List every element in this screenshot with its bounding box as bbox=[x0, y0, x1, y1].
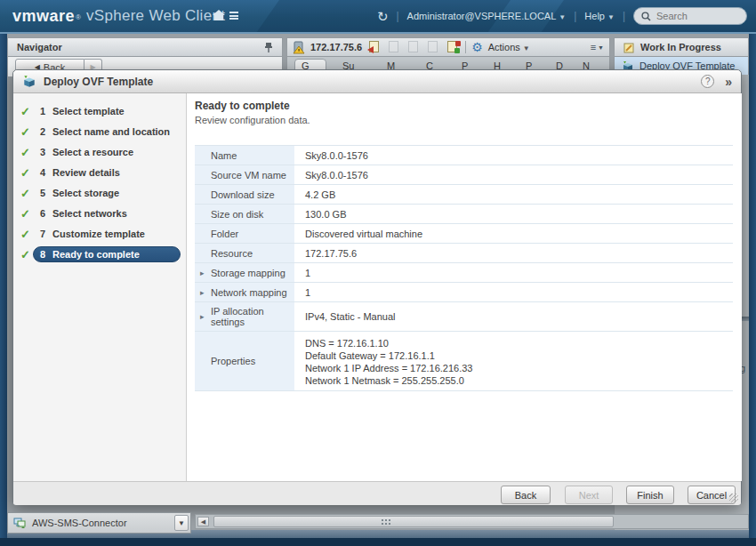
gear-icon: ⚙ bbox=[471, 41, 483, 53]
table-row: Download size 4.2 GB bbox=[195, 185, 733, 205]
header-divider: | bbox=[574, 10, 576, 22]
dialog-title-bar[interactable]: Deploy OVF Template ? » bbox=[13, 70, 741, 93]
wizard-step-5[interactable]: 5Select storage bbox=[13, 184, 187, 202]
app-header: vmware® vSphere Web Client ↻ | Administr… bbox=[0, 0, 756, 34]
property-line: Network 1 Netmask = 255.255.255.0 bbox=[305, 374, 729, 387]
window-frame-right bbox=[749, 34, 756, 538]
host-ip-label[interactable]: 172.17.75.6 bbox=[310, 42, 362, 52]
row-value: 130.0 GB bbox=[294, 205, 733, 223]
table-row: Source VM name Sky8.0.0-1576 bbox=[195, 165, 733, 185]
table-row: Resource 172.17.75.6 bbox=[195, 244, 733, 263]
toolbar-divider bbox=[465, 41, 466, 53]
table-row-expandable[interactable]: Network mapping 1 bbox=[195, 283, 733, 302]
scroll-left-icon[interactable]: ◀ bbox=[197, 517, 209, 526]
scrollbar-grip-dots bbox=[382, 519, 383, 521]
object-dropdown-button[interactable]: ▼ bbox=[174, 515, 189, 531]
row-value: Sky8.0.0-1576 bbox=[294, 146, 733, 165]
vsphere-web-client-window: vmware® vSphere Web Client ↻ | Administr… bbox=[0, 0, 756, 546]
search-input[interactable] bbox=[656, 11, 736, 21]
product-name: vSphere Web Client bbox=[86, 7, 225, 25]
next-button: Next bbox=[565, 486, 613, 504]
actions-menu[interactable]: Actions▼ bbox=[488, 42, 530, 52]
host-action-icon[interactable] bbox=[446, 41, 460, 53]
step-complete-check-icon bbox=[20, 228, 33, 241]
step-complete-check-icon bbox=[20, 248, 33, 261]
step-complete-check-icon bbox=[20, 125, 33, 139]
chevron-down-icon: ▼ bbox=[607, 13, 615, 21]
row-label: Resource bbox=[195, 244, 294, 262]
home-icon[interactable] bbox=[212, 9, 226, 21]
row-label: IP allocation settings bbox=[195, 302, 294, 331]
step-complete-check-icon bbox=[20, 166, 33, 180]
search-icon bbox=[641, 12, 651, 21]
row-label: Source VM name bbox=[195, 165, 294, 184]
row-label: Folder bbox=[195, 224, 294, 243]
host-warning-icon bbox=[293, 41, 305, 54]
row-value: 1 bbox=[294, 263, 733, 282]
finish-button[interactable]: Finish bbox=[626, 486, 674, 504]
dialog-title: Deploy OVF Template bbox=[44, 76, 153, 88]
horizontal-scrollbar[interactable]: ◀ bbox=[195, 514, 749, 529]
work-in-progress-title: Work In Progress bbox=[640, 42, 721, 52]
wizard-step-3[interactable]: 3Select a resource bbox=[13, 143, 187, 161]
global-search[interactable] bbox=[633, 7, 747, 25]
wizard-step-4[interactable]: 4Review details bbox=[13, 164, 187, 181]
collapse-dialog-icon[interactable]: » bbox=[725, 75, 732, 89]
property-line: Network 1 IP Address = 172.16.216.33 bbox=[305, 362, 729, 374]
step-complete-check-icon bbox=[20, 105, 33, 118]
vm-object-icon bbox=[13, 518, 27, 529]
step-complete-check-icon bbox=[20, 187, 33, 200]
wizard-steps-sidebar: 1Select template 2Select name and locati… bbox=[13, 93, 187, 481]
host-action-icon bbox=[406, 41, 421, 53]
resize-grip[interactable] bbox=[729, 494, 738, 502]
row-value-multiline: DNS = 172.16.1.10 Default Gateway = 172.… bbox=[294, 332, 733, 390]
row-label: Properties bbox=[195, 332, 294, 390]
refresh-icon[interactable]: ↻ bbox=[377, 10, 389, 23]
wizard-step-8-selected[interactable]: 8Ready to complete bbox=[13, 245, 187, 263]
user-menu[interactable]: Administrator@VSPHERE.LOCAL▼ bbox=[407, 11, 567, 21]
property-line: DNS = 172.16.1.10 bbox=[305, 337, 729, 349]
work-in-progress-header: Work In Progress bbox=[614, 37, 749, 57]
help-icon[interactable]: ? bbox=[701, 75, 714, 88]
wizard-content-area: Ready to complete Review configuration d… bbox=[188, 93, 742, 481]
pin-icon[interactable] bbox=[264, 42, 273, 52]
row-value: 172.17.75.6 bbox=[294, 244, 733, 262]
configuration-summary-table: Name Sky8.0.0-1576 Source VM name Sky8.0… bbox=[195, 145, 733, 391]
window-frame-bottom bbox=[0, 538, 756, 546]
selected-object-bar[interactable]: AWS-SMS-Connector ▼ bbox=[7, 512, 191, 534]
chevron-down-icon: ▼ bbox=[559, 13, 566, 21]
view-options-icon[interactable]: ≡▼ bbox=[591, 42, 604, 52]
row-label: Storage mapping bbox=[195, 263, 294, 282]
deploy-ovf-template-dialog: Deploy OVF Template ? » 1Select template… bbox=[12, 69, 742, 505]
host-action-icon bbox=[387, 41, 401, 53]
header-divider: | bbox=[623, 10, 625, 22]
window-frame-left bbox=[0, 34, 7, 538]
table-row-expandable[interactable]: Storage mapping 1 bbox=[195, 263, 733, 283]
navigator-panel-header: Navigator bbox=[7, 37, 283, 57]
row-label: Network mapping bbox=[195, 283, 294, 301]
chevron-down-icon: ▼ bbox=[523, 44, 530, 52]
row-value: IPv4, Static - Manual bbox=[294, 302, 733, 331]
brand-name: vmware bbox=[12, 7, 75, 26]
dialog-footer: Back Next Finish Cancel bbox=[13, 481, 741, 505]
back-button[interactable]: Back bbox=[501, 486, 551, 504]
row-label: Name bbox=[195, 146, 294, 165]
ovf-cube-icon bbox=[22, 75, 36, 88]
wizard-step-7[interactable]: 7Customize template bbox=[13, 225, 187, 243]
table-row: Folder Discovered virtual machine bbox=[195, 224, 733, 244]
wizard-step-6[interactable]: 6Select networks bbox=[13, 205, 187, 222]
work-in-progress-icon bbox=[623, 42, 635, 53]
help-menu[interactable]: Help▼ bbox=[584, 11, 615, 21]
row-value: Discovered virtual machine bbox=[294, 224, 733, 243]
cancel-button[interactable]: Cancel bbox=[688, 486, 736, 504]
menu-icon[interactable] bbox=[229, 12, 238, 20]
wizard-step-1[interactable]: 1Select template bbox=[13, 102, 187, 120]
scrollbar-thumb[interactable] bbox=[213, 516, 614, 527]
table-row: Name Sky8.0.0-1576 bbox=[195, 146, 733, 165]
row-value: 4.2 GB bbox=[294, 185, 733, 204]
host-action-icon[interactable] bbox=[367, 41, 382, 53]
table-row-expandable[interactable]: IP allocation settings IPv4, Static - Ma… bbox=[195, 302, 733, 332]
wizard-step-2[interactable]: 2Select name and location bbox=[13, 123, 187, 141]
trademark-symbol: ® bbox=[76, 13, 81, 21]
row-value: Sky8.0.0-1576 bbox=[294, 165, 733, 184]
